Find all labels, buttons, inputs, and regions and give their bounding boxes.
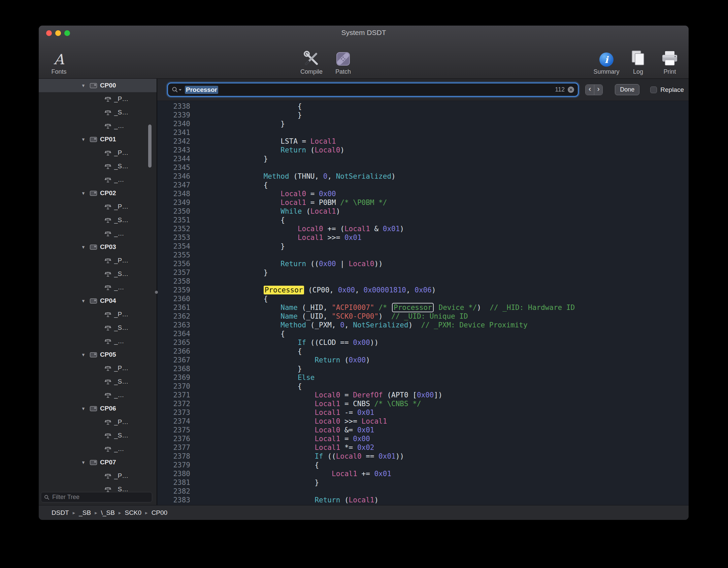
line-number: 2350 (157, 207, 190, 216)
code-text: Local1 += 0x01 (212, 469, 391, 478)
line-number: 2381 (157, 478, 190, 487)
breadcrumb-item[interactable]: CP00 (152, 509, 168, 517)
line-number: 2371 (157, 391, 190, 399)
tree-item[interactable]: _P… (39, 469, 157, 483)
find-next-button[interactable]: › (594, 85, 602, 95)
code-text: If ((CLOD == 0x00)) (212, 338, 378, 347)
sidebar-scrollbar[interactable] (148, 125, 152, 168)
tree-item[interactable]: _P… (39, 415, 157, 429)
tree-item[interactable]: _P… (39, 361, 157, 375)
disclosure-triangle-icon[interactable]: ▼ (81, 191, 90, 196)
line-number: 2362 (157, 312, 190, 321)
tree-group-cp02[interactable]: ▼CP02 (39, 186, 157, 200)
tree-item[interactable]: _… (39, 388, 157, 402)
disclosure-triangle-icon[interactable]: ▼ (81, 352, 90, 357)
code-text: } (212, 111, 302, 119)
disclosure-triangle-icon[interactable]: ▼ (81, 460, 90, 465)
tree-item[interactable]: _… (39, 119, 157, 133)
disclosure-triangle-icon[interactable]: ▼ (81, 245, 90, 250)
line-number: 2376 (157, 434, 190, 443)
tree-item[interactable]: _S… (39, 267, 157, 281)
patch-button[interactable]: Patch (328, 42, 358, 75)
code-line: 2351 { (157, 216, 689, 224)
tree-item[interactable]: _S… (39, 106, 157, 119)
disclosure-triangle-icon[interactable]: ▼ (81, 137, 90, 142)
sidebar: ▼CP00_P…_S…_…▼CP01_P…_S…_…▼CP02_P…_S…_…▼… (39, 79, 157, 505)
tree-group-cp03[interactable]: ▼CP03 (39, 240, 157, 254)
tree-item[interactable]: _… (39, 281, 157, 294)
code-line: 2359 Processor (CP00, 0x00, 0x00001810, … (157, 286, 689, 294)
fonts-button[interactable]: A Fonts (44, 42, 74, 75)
tree-item[interactable]: _S… (39, 321, 157, 334)
code-text: LSTA = Local1 (212, 137, 336, 146)
scope-icon (90, 406, 97, 411)
find-input[interactable]: Processor 112 ✕ (168, 83, 578, 96)
compile-button[interactable]: Compile (297, 42, 326, 75)
clear-search-icon[interactable]: ✕ (568, 86, 574, 93)
tree-group-cp07[interactable]: ▼CP07 (39, 456, 157, 469)
code-line: 2339 } (157, 111, 689, 119)
filter-tree-input[interactable]: Filter Tree (41, 492, 152, 502)
tree-group-cp00[interactable]: ▼CP00 (39, 79, 157, 92)
tree-item[interactable]: _… (39, 227, 157, 240)
splitter-handle[interactable] (155, 291, 158, 294)
replace-checkbox[interactable] (650, 86, 657, 93)
code-line: 2376 Local1 = 0x00 (157, 434, 689, 443)
tree-item[interactable]: _S… (39, 429, 157, 442)
method-icon (105, 446, 111, 452)
tree-item[interactable]: _… (39, 442, 157, 456)
tree-group-cp01[interactable]: ▼CP01 (39, 133, 157, 146)
tree-item[interactable]: _… (39, 334, 157, 348)
tree-item[interactable]: _P… (39, 200, 157, 213)
tree-item[interactable]: _S… (39, 213, 157, 227)
print-button[interactable]: Print (655, 42, 685, 75)
disclosure-triangle-icon[interactable]: ▼ (81, 406, 90, 411)
code-line: 2375 Local0 &= 0x01 (157, 426, 689, 434)
tree-item[interactable]: _P… (39, 92, 157, 106)
disclosure-triangle-icon[interactable]: ▼ (81, 83, 90, 88)
find-bar: Processor 112 ✕ ‹ › Done Replace (157, 79, 689, 101)
scope-icon (90, 191, 97, 196)
tree-item[interactable]: _S… (39, 159, 157, 173)
breadcrumb-item[interactable]: \_SB (101, 509, 115, 517)
code-line: 2350 While (Local1) (157, 207, 689, 216)
summary-button[interactable]: i Summary (592, 42, 621, 75)
breadcrumb-item[interactable]: _SB (79, 509, 91, 517)
tree-item[interactable]: _P… (39, 308, 157, 321)
method-icon (105, 325, 111, 331)
disclosure-triangle-icon[interactable]: ▼ (81, 298, 90, 304)
method-icon (105, 150, 111, 156)
code-line: 2340 } (157, 119, 689, 128)
code-line: 2364 { (157, 329, 689, 338)
done-button[interactable]: Done (615, 84, 639, 95)
tree-item[interactable]: _S… (39, 375, 157, 388)
search-menu-icon[interactable] (172, 86, 183, 93)
code-text: { (212, 329, 285, 338)
summary-label: Summary (593, 68, 619, 75)
line-number: 2365 (157, 338, 190, 347)
tree-item[interactable]: _P… (39, 146, 157, 159)
code-text: { (212, 382, 302, 391)
method-icon (105, 96, 111, 102)
line-number: 2342 (157, 137, 190, 146)
code-editor[interactable]: 2338 {2339 }2340 }23412342 LSTA = Local1… (157, 101, 689, 505)
find-previous-button[interactable]: ‹ (586, 85, 594, 95)
code-text: { (212, 216, 285, 224)
tree-group-cp04[interactable]: ▼CP04 (39, 294, 157, 308)
method-icon (105, 419, 111, 425)
code-text: Return (Local1) (212, 496, 378, 504)
code-text: } (212, 119, 285, 128)
code-text: Local0 &= 0x01 (212, 426, 374, 434)
breadcrumb-item[interactable]: DSDT (52, 509, 69, 517)
tree-item-label: _… (114, 230, 124, 237)
code-line: 2373 Local1 -= 0x01 (157, 408, 689, 417)
tree-item[interactable]: _P… (39, 254, 157, 267)
tree-group-cp06[interactable]: ▼CP06 (39, 402, 157, 415)
code-text: Return (0x00) (212, 356, 370, 364)
breadcrumb-item[interactable]: SCK0 (125, 509, 141, 517)
tree-item[interactable]: _… (39, 173, 157, 186)
method-icon (105, 379, 111, 385)
tree-group-cp05[interactable]: ▼CP05 (39, 348, 157, 361)
log-button[interactable]: Log (623, 42, 653, 75)
line-number: 2379 (157, 461, 190, 469)
